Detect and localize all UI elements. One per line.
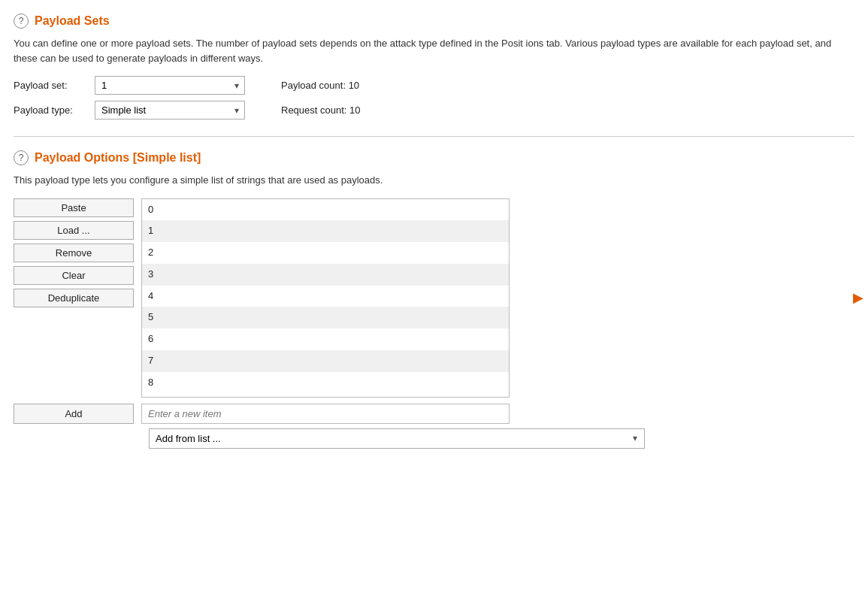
payload-list[interactable]: 0 1 2 3 4 5 6 7 8 [141,198,510,398]
payload-sets-title: Payload Sets [35,14,110,28]
list-item[interactable]: 2 [142,242,509,264]
payload-set-dropdown[interactable]: 1 2 [95,76,245,95]
payload-sets-header: ? Payload Sets [14,14,847,29]
add-area: Add [14,404,847,424]
payload-options-help-icon[interactable]: ? [14,150,29,165]
request-count-stat: Request count: 10 [281,104,361,116]
payload-controls: Payload set: 1 2 Payload count: 10 Paylo… [14,76,847,120]
payload-set-row: Payload set: 1 2 Payload count: 10 [14,76,847,95]
add-from-list-dropdown-wrapper: Add from list ... [149,428,645,449]
add-button[interactable]: Add [14,404,134,424]
list-item[interactable]: 5 [142,307,509,328]
clear-button[interactable]: Clear [14,266,134,285]
payload-options-description: This payload type lets you configure a s… [14,173,847,188]
deduplicate-button[interactable]: Deduplicate [14,289,134,307]
payload-type-label: Payload type: [14,104,89,116]
arrow-icon: ▶ [853,289,863,306]
remove-button[interactable]: Remove [14,244,134,262]
payload-sets-help-icon[interactable]: ? [14,14,29,29]
payload-type-dropdown[interactable]: Simple list Runtime file Custom iterator… [95,101,245,120]
payload-set-dropdown-wrapper: 1 2 [95,76,245,95]
list-buttons: Paste Load ... Remove Clear Deduplicate [14,198,134,307]
main-page: ? Payload Sets You can define one or mor… [0,0,868,590]
payload-type-dropdown-wrapper: Simple list Runtime file Custom iterator… [95,101,245,120]
add-from-list-area: Add from list ... [14,428,847,449]
list-item[interactable]: 7 [142,350,509,372]
payload-set-label: Payload set: [14,80,89,91]
payload-options-header: ? Payload Options [Simple list] [14,150,847,165]
add-input[interactable] [141,404,510,424]
payload-sets-section: ? Payload Sets You can define one or mor… [0,0,868,136]
payload-options-section: ? Payload Options [Simple list] This pay… [0,137,868,462]
list-item[interactable]: 3 [142,264,509,286]
paste-button[interactable]: Paste [14,198,134,217]
list-item[interactable]: 8 [142,372,509,394]
list-area: Paste Load ... Remove Clear Deduplicate … [14,198,847,398]
payload-options-title: Payload Options [Simple list] [35,151,201,165]
list-item[interactable]: 6 [142,328,509,350]
list-item[interactable]: 0 [142,199,509,221]
list-container: 0 1 2 3 4 5 6 7 8 ▶ [141,198,847,398]
add-from-list-dropdown[interactable]: Add from list ... [149,428,645,449]
load-button[interactable]: Load ... [14,221,134,240]
list-item[interactable]: 4 [142,286,509,307]
payload-count-stat: Payload count: 10 [281,80,359,91]
payload-type-row: Payload type: Simple list Runtime file C… [14,101,847,120]
payload-sets-description: You can define one or more payload sets.… [14,36,847,65]
list-item[interactable]: 1 [142,220,509,242]
